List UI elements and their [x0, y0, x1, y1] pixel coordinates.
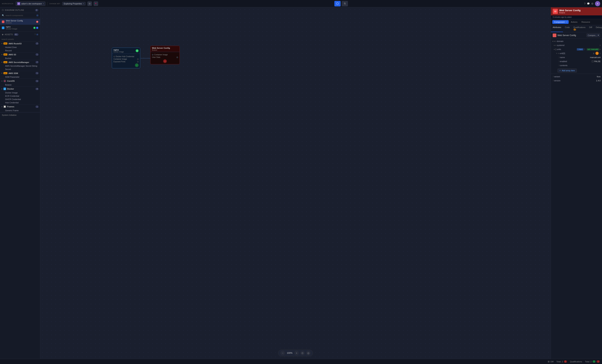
asset-item-generic-frame[interactable]: Generic Frame — [0, 109, 40, 112]
lock-button[interactable]: ⊞ — [87, 1, 92, 6]
asset-item-hosted-zone[interactable]: Hosted Zone — [0, 46, 40, 49]
systemd-info-icon[interactable]: ℹ — [600, 44, 601, 46]
component-type-selector[interactable]: Compon... ▾ — [586, 33, 600, 37]
webserver-component-icon — [2, 21, 4, 23]
delete-button[interactable]: ✕ — [94, 1, 98, 6]
docker-count: 4 — [35, 88, 39, 90]
webserver-canvas-node[interactable]: Web Server Config Butane Container Image… — [150, 46, 180, 64]
units-chevron-right[interactable]: ▾ — [600, 48, 601, 50]
prop-row-unit0: ↳ ≡ unit[0] 🗑 1 ℹ — [551, 51, 602, 55]
assets-section: ◈ ASSETS 81 ? ⊟ ▾ aws AWS Route5 — [0, 31, 40, 359]
version-edit-icon[interactable]: ℐ — [553, 80, 554, 82]
avatar[interactable]: A — [595, 1, 600, 6]
port-dot-hub — [113, 56, 115, 57]
units-label: units — [557, 48, 577, 50]
subtab-diff[interactable]: Diff — [587, 25, 594, 32]
status-qualifications: Qualifications — [570, 361, 582, 363]
name-edit-icon[interactable]: ℐ — [559, 56, 559, 58]
asset-item-ssm-param[interactable]: SSM Parameter — [0, 75, 40, 79]
asset-category-docker-header[interactable]: ▾ 🐳 Docker 4 — [0, 87, 40, 91]
diagram-search-input[interactable] — [6, 14, 35, 17]
variant-label: variant — [554, 75, 597, 78]
asset-category-secrets-header[interactable]: ▾ aws AWS SecretsManager 2 — [0, 60, 40, 64]
asset-category-route53: ▾ aws AWS Route53 2 Hosted Zone Record — [0, 42, 40, 52]
subtab-qualifications[interactable]: Qualifications 1 — [571, 25, 587, 32]
asset-category-ssm-header[interactable]: ▾ aws AWS SSM 1 — [0, 71, 40, 75]
assets-filter-icon[interactable]: ⊟ — [36, 33, 38, 36]
domain-chevron2[interactable]: ▾ — [554, 40, 555, 42]
system-initiative-label: System Initiative — [0, 112, 40, 118]
domain-chevron[interactable]: ▾ — [552, 40, 553, 42]
subtab-debug[interactable]: Debug — [594, 25, 602, 32]
nginx-component-icon — [2, 27, 4, 29]
asset-item-ghcr[interactable]: GHCR Credential — [0, 98, 40, 101]
asset-item-hub-credential[interactable]: Hub Credential — [0, 101, 40, 104]
asset-item-record[interactable]: Record — [0, 49, 40, 52]
unit0-info-icon[interactable]: ℹ — [600, 52, 601, 54]
help-icon[interactable]: ? — [584, 2, 585, 5]
enabled-checkbox[interactable] — [592, 61, 593, 62]
asset-category-route53-header[interactable]: ▾ aws AWS Route53 2 — [0, 42, 40, 46]
asset-category-coreos: ▾ ◉ CoreOS 1 Butane — [0, 79, 40, 87]
variant-value: fcos — [597, 75, 601, 78]
zoom-out-button[interactable]: − — [280, 351, 285, 355]
fit-button[interactable]: ⊙ — [300, 351, 305, 355]
asset-item-ecr[interactable]: ECR Credential — [0, 94, 40, 98]
asset-category-docker: ▾ 🐳 Docker 4 Docker Image ECR Credential… — [0, 87, 40, 104]
contents-edit-icon[interactable]: ℐ — [559, 64, 559, 66]
asset-item-docker-image[interactable]: Docker Image — [0, 91, 40, 94]
route53-chevron-icon: ▾ — [1, 42, 2, 44]
diagram-item-nginx[interactable]: nginx Docker Image ✓ ✓ — [0, 25, 40, 31]
webserver-port-userdata: User Data — [152, 56, 178, 58]
secrets-count: 2 — [35, 61, 39, 63]
docker-icon: 🐳 — [3, 88, 6, 90]
port-dot-container — [152, 54, 153, 55]
asset-category-s3-header[interactable]: ▾ aws AWS S3 1 — [0, 52, 40, 57]
tab-actions[interactable]: Actions — [569, 20, 579, 24]
tab-close-icon[interactable]: ✕ — [565, 21, 567, 23]
tab-component[interactable]: Component ✕ — [552, 20, 569, 24]
canvas-area[interactable]: nginx Docker Image + Docker Hub Credenti… — [40, 7, 551, 359]
center-button[interactable]: ◎ — [306, 351, 311, 355]
nginx-canvas-node[interactable]: nginx Docker Image + Docker Hub Credenti… — [112, 48, 140, 68]
asset-item-secret[interactable]: Secret — [0, 68, 40, 71]
units-chevron[interactable]: ▾ — [554, 48, 555, 50]
nginx-node-title: nginx — [113, 49, 124, 51]
webserver-node-title: Web Server Config — [152, 47, 170, 49]
nginx-add-button[interactable]: + — [136, 49, 139, 52]
units-set-badge: set: manually — [587, 48, 599, 51]
asset-item-bucket[interactable]: Bucket — [0, 57, 40, 60]
webserver-node-subtitle: Butane — [152, 49, 170, 51]
filter-icon[interactable]: ⊟ — [36, 14, 38, 17]
nginx-node-body: Docker Hub Credential Container Image Ex… — [112, 54, 140, 68]
qual-badge: 1 — [573, 29, 576, 31]
add-array-item-button[interactable]: + Add array item — [558, 69, 577, 73]
panel-subtabs: Attributes Code Qualifications 1 Diff De… — [551, 25, 602, 32]
settings-icon[interactable]: ⚙ — [591, 2, 593, 5]
panel-time: 9 minutes ago by adam — [551, 15, 602, 19]
asset-category-frames-header[interactable]: ▾ ⬜ Frames 1 — [0, 104, 40, 109]
asset-category-coreos-header[interactable]: ▾ ◉ CoreOS 1 — [0, 79, 40, 83]
nginx-node-header: nginx Docker Image + — [112, 48, 140, 54]
changeset-selector[interactable]: Exploring Properties ▾ — [62, 2, 86, 6]
unit0-delete-icon[interactable]: 🗑 — [593, 52, 595, 54]
variant-edit-icon[interactable]: ℐ — [553, 76, 554, 78]
port-dot-userdata — [177, 57, 178, 58]
asset-item-secrets-string[interactable]: AWS SecretsManager Secret String — [0, 64, 40, 68]
assets-search-input[interactable] — [1, 38, 39, 40]
diagram-view-button[interactable]: ⬡ — [334, 1, 341, 6]
component-selector: Web Server Config Compon... ▾ — [551, 32, 602, 39]
subtab-code[interactable]: Code — [563, 25, 571, 32]
workspace-selector[interactable]: W adam's dev workspace ▾ — [16, 1, 45, 6]
asset-item-butane[interactable]: Butane — [0, 83, 40, 86]
enabled-edit-icon[interactable]: ℐ — [559, 61, 559, 62]
assets-help-icon[interactable]: ? — [34, 33, 36, 36]
panel-header-icon: W — [553, 9, 558, 14]
discord-icon[interactable]: 💬 — [587, 2, 590, 5]
zoom-in-button[interactable]: + — [294, 351, 299, 355]
systemd-chevron[interactable]: ▾ — [554, 44, 555, 46]
subtab-attributes[interactable]: Attributes — [551, 25, 563, 32]
tab-resource[interactable]: Resource — [580, 20, 592, 24]
diagram-item-webserver[interactable]: Web Server Config Butane ✕ — [0, 19, 40, 25]
flask-view-button[interactable]: ⚗ — [342, 1, 348, 6]
